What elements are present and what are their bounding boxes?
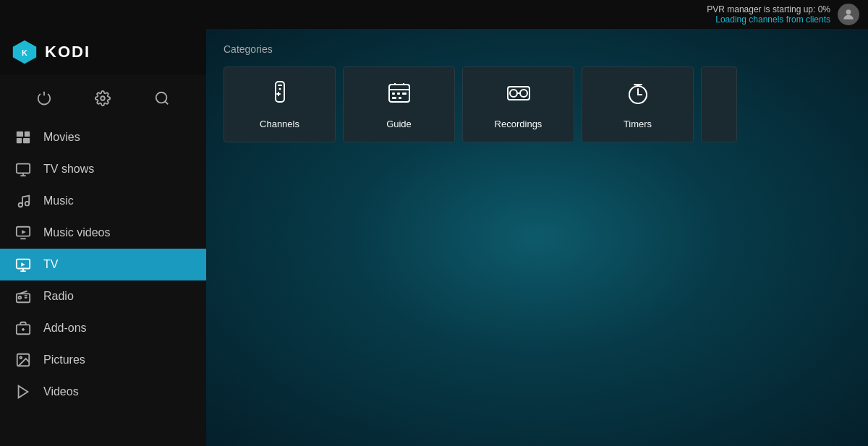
sidebar-item-addons[interactable]: Add-ons bbox=[0, 312, 206, 344]
music-videos-icon bbox=[14, 224, 32, 241]
main-layout: K KODI bbox=[0, 29, 868, 446]
sidebar-label-music-videos: Music videos bbox=[43, 226, 110, 239]
guide-label: Guide bbox=[386, 119, 412, 129]
sidebar-item-radio[interactable]: Radio bbox=[0, 280, 206, 312]
tvshows-icon bbox=[14, 160, 32, 178]
tv-icon bbox=[14, 256, 32, 273]
radio-icon bbox=[14, 288, 32, 305]
sidebar-item-movies[interactable]: Movies bbox=[0, 121, 206, 153]
category-card-recordings[interactable]: Recordings bbox=[462, 67, 574, 142]
svg-rect-43 bbox=[392, 97, 396, 99]
timers-icon bbox=[625, 80, 651, 111]
channels-label: Channels bbox=[260, 119, 299, 129]
sidebar-label-pictures: Pictures bbox=[43, 353, 85, 366]
settings-icon[interactable] bbox=[90, 85, 116, 111]
svg-point-46 bbox=[510, 90, 517, 97]
pvr-status-line1: PVR manager is starting up: 0% bbox=[707, 4, 830, 14]
sidebar-item-tv[interactable]: TV bbox=[0, 249, 206, 280]
categories-heading: Categories bbox=[224, 43, 851, 55]
category-card-timers[interactable]: Timers bbox=[582, 67, 694, 142]
svg-point-0 bbox=[846, 9, 851, 14]
svg-rect-41 bbox=[397, 93, 400, 95]
svg-rect-35 bbox=[276, 93, 281, 95]
sidebar-label-tv: TV bbox=[43, 258, 58, 271]
sidebar-label-addons: Add-ons bbox=[43, 322, 87, 335]
svg-text:K: K bbox=[22, 48, 27, 57]
svg-rect-7 bbox=[25, 132, 30, 137]
sidebar-nav: Movies TV shows bbox=[0, 121, 206, 446]
recordings-icon bbox=[506, 80, 532, 111]
svg-point-33 bbox=[278, 87, 281, 90]
svg-line-5 bbox=[165, 101, 168, 104]
svg-point-47 bbox=[520, 90, 527, 97]
sidebar-label-movies: Movies bbox=[43, 131, 80, 144]
timers-label: Timers bbox=[624, 119, 652, 129]
guide-icon bbox=[386, 80, 412, 111]
sidebar-icon-row bbox=[0, 75, 206, 121]
svg-rect-10 bbox=[17, 164, 30, 173]
sidebar-header: K KODI bbox=[0, 29, 206, 75]
svg-marker-16 bbox=[22, 230, 26, 234]
svg-rect-6 bbox=[17, 132, 23, 137]
app-title: KODI bbox=[45, 43, 90, 61]
sidebar-label-videos: Videos bbox=[43, 385, 79, 398]
sidebar-label-music: Music bbox=[43, 194, 74, 207]
sidebar-item-music[interactable]: Music bbox=[0, 185, 206, 217]
svg-rect-40 bbox=[392, 93, 395, 95]
music-icon bbox=[14, 192, 32, 210]
channels-icon bbox=[267, 80, 293, 111]
svg-point-29 bbox=[20, 356, 22, 359]
svg-rect-42 bbox=[402, 93, 407, 95]
sidebar-item-videos[interactable]: Videos bbox=[0, 376, 206, 408]
sidebar-item-pictures[interactable]: Pictures bbox=[0, 344, 206, 376]
search-icon[interactable] bbox=[149, 85, 175, 111]
power-icon[interactable] bbox=[31, 85, 57, 111]
kodi-logo-icon: K bbox=[12, 39, 38, 65]
category-card-guide[interactable]: Guide bbox=[343, 67, 455, 142]
sidebar: K KODI bbox=[0, 29, 206, 446]
videos-icon bbox=[14, 383, 32, 400]
movies-icon bbox=[14, 129, 32, 146]
category-card-channels[interactable]: Channels bbox=[224, 67, 336, 142]
top-bar: PVR manager is starting up: 0% Loading c… bbox=[0, 0, 868, 29]
avatar[interactable] bbox=[838, 4, 859, 25]
sidebar-label-tvshows: TV shows bbox=[43, 163, 94, 176]
recordings-label: Recordings bbox=[495, 119, 542, 129]
svg-point-23 bbox=[19, 296, 22, 299]
svg-rect-8 bbox=[17, 138, 22, 143]
svg-rect-9 bbox=[23, 138, 30, 143]
pvr-status: PVR manager is starting up: 0% Loading c… bbox=[707, 4, 830, 25]
sidebar-item-music-videos[interactable]: Music videos bbox=[0, 217, 206, 249]
categories-grid: Channels Guid bbox=[224, 67, 851, 142]
pvr-status-line2: Loading channels from clients bbox=[715, 14, 830, 25]
addons-icon bbox=[14, 320, 32, 337]
sidebar-item-tvshows[interactable]: TV shows bbox=[0, 153, 206, 185]
svg-point-4 bbox=[156, 93, 167, 103]
sidebar-label-radio: Radio bbox=[43, 290, 74, 303]
category-card-partial bbox=[701, 67, 737, 142]
svg-marker-30 bbox=[19, 386, 28, 398]
svg-rect-44 bbox=[399, 97, 401, 99]
pictures-icon bbox=[14, 351, 32, 369]
svg-rect-32 bbox=[278, 85, 282, 86]
content-area: Categories Channels bbox=[206, 29, 868, 446]
svg-marker-21 bbox=[21, 262, 25, 267]
svg-point-3 bbox=[101, 96, 106, 100]
